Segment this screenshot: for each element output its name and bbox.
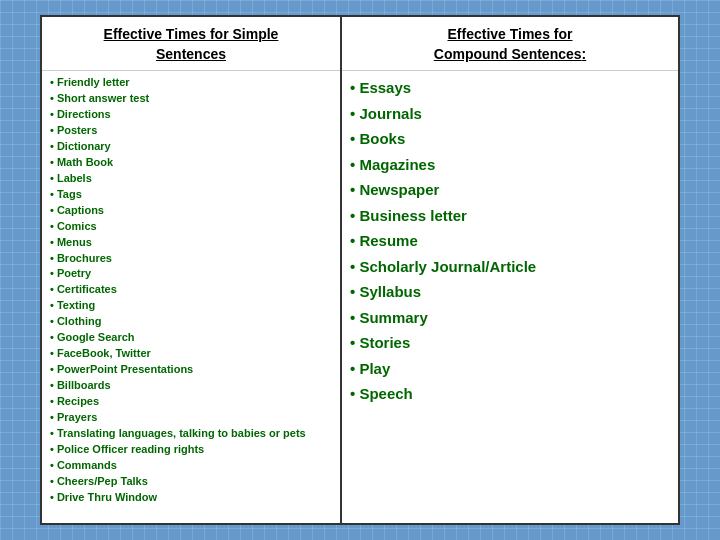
left-list-item: • Posters — [50, 123, 332, 139]
right-list-item: • Play — [350, 356, 670, 382]
right-list-item: • Essays — [350, 75, 670, 101]
right-list-item: • Syllabus — [350, 279, 670, 305]
left-list-item: • Tags — [50, 187, 332, 203]
left-list-item: • PowerPoint Presentations — [50, 362, 332, 378]
right-list-item: • Newspaper — [350, 177, 670, 203]
left-list-item: • Short answer test — [50, 91, 332, 107]
right-list-item: • Books — [350, 126, 670, 152]
left-title-line1: Effective Times for Simple — [52, 25, 330, 45]
right-list-item: • Stories — [350, 330, 670, 356]
left-list-item: • Poetry — [50, 266, 332, 282]
right-list-item: • Summary — [350, 305, 670, 331]
right-list-item: • Magazines — [350, 152, 670, 178]
left-list-item: • Labels — [50, 171, 332, 187]
right-list-item: • Speech — [350, 381, 670, 407]
left-list-item: • Drive Thru Window — [50, 490, 332, 506]
right-list-item: • Resume — [350, 228, 670, 254]
left-list-item: • Prayers — [50, 410, 332, 426]
right-list-item: • Journals — [350, 101, 670, 127]
left-list-item: • Friendly letter — [50, 75, 332, 91]
left-list-item: • Billboards — [50, 378, 332, 394]
right-list-item: • Business letter — [350, 203, 670, 229]
right-content: • Essays• Journals• Books• Magazines• Ne… — [342, 71, 678, 523]
right-header: Effective Times for Compound Sentences: — [342, 17, 678, 71]
left-list-item: • Cheers/Pep Talks — [50, 474, 332, 490]
left-header: Effective Times for Simple Sentences — [42, 17, 340, 71]
right-panel: Effective Times for Compound Sentences: … — [342, 17, 678, 523]
left-list-item: • FaceBook, Twitter — [50, 346, 332, 362]
left-panel: Effective Times for Simple Sentences • F… — [42, 17, 342, 523]
left-list-item: • Commands — [50, 458, 332, 474]
left-list-item: • Directions — [50, 107, 332, 123]
left-list-item: • Police Officer reading rights — [50, 442, 332, 458]
left-list-item: • Certificates — [50, 282, 332, 298]
left-list-item: • Comics — [50, 219, 332, 235]
left-list-item: • Dictionary — [50, 139, 332, 155]
left-content: • Friendly letter• Short answer test• Di… — [42, 71, 340, 523]
left-list-item: • Menus — [50, 235, 332, 251]
left-list-item: • Captions — [50, 203, 332, 219]
left-list-item: • Recipes — [50, 394, 332, 410]
left-list-item: • Math Book — [50, 155, 332, 171]
left-list-item: • Translating languages, talking to babi… — [50, 426, 332, 442]
right-title-line1: Effective Times for — [352, 25, 668, 45]
left-list-item: • Google Search — [50, 330, 332, 346]
right-list-item: • Scholarly Journal/Article — [350, 254, 670, 280]
left-list-item: • Texting — [50, 298, 332, 314]
right-title-line2: Compound Sentences: — [352, 45, 668, 65]
left-list-item: • Brochures — [50, 251, 332, 267]
main-container: Effective Times for Simple Sentences • F… — [40, 15, 680, 525]
left-list-item: • Clothing — [50, 314, 332, 330]
left-title-line2: Sentences — [52, 45, 330, 65]
